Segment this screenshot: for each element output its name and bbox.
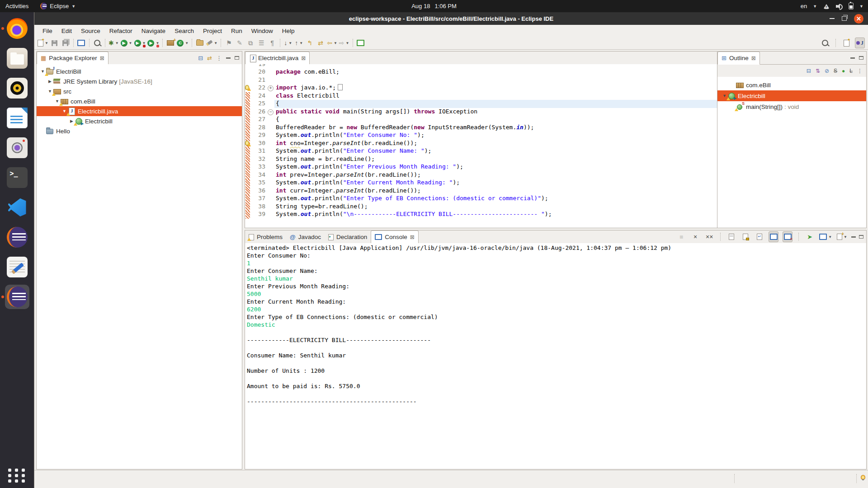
tab-javadoc[interactable]: @Javadoc (286, 231, 325, 243)
close-icon[interactable]: ⊠ (410, 234, 415, 240)
system-tray[interactable]: en ▼ ? ▼ (801, 3, 863, 9)
close-button[interactable]: ✕ (854, 14, 863, 23)
view-menu-icon[interactable]: ⋮ (216, 55, 222, 61)
minimize-view-icon[interactable] (851, 236, 856, 238)
forward-icon[interactable]: ⇨▼ (339, 38, 350, 48)
code-editor[interactable]: 1920package com.eBill;2122+import java.i… (245, 64, 749, 228)
close-icon[interactable]: ⊠ (301, 55, 306, 61)
tree-item-electricbill-java[interactable]: ▼JElectricbill.java (37, 106, 242, 116)
tree-item-hello[interactable]: Hello (37, 126, 242, 136)
code-line-30[interactable]: 30int cno=Integer.parseInt(br.readLine()… (245, 140, 749, 148)
view-menu-icon[interactable]: ⋮ (857, 68, 863, 74)
expand-arrow[interactable]: ▶ (47, 79, 53, 84)
open-perspective-icon[interactable] (841, 38, 851, 48)
close-icon[interactable]: ⊠ (100, 55, 104, 61)
dock-item-eclipse[interactable] (5, 225, 29, 249)
restore-button[interactable] (842, 16, 847, 21)
code-line-35[interactable]: 35System.out.println("Enter Current Mont… (245, 179, 749, 187)
word-wrap-icon[interactable] (755, 231, 764, 242)
fold-toggle[interactable]: − (267, 108, 274, 116)
hide-local-types-icon[interactable]: L (849, 68, 853, 74)
dock-item-files[interactable] (5, 46, 29, 70)
dock-item-libreoffice-writer[interactable] (5, 106, 29, 130)
save-icon[interactable] (50, 38, 60, 48)
search-flashlight-icon[interactable]: ▼ (206, 38, 218, 48)
collapse-all-icon[interactable]: ⊟ (807, 68, 811, 74)
warning-icon[interactable] (245, 85, 251, 91)
maximize-view-icon[interactable] (859, 56, 863, 60)
code-line-22[interactable]: 22+import java.io.*; (245, 84, 749, 92)
battery-icon[interactable] (849, 3, 854, 9)
tree-item-electricbill[interactable]: ▶▶Electricbill (37, 116, 242, 126)
previous-annotation-icon[interactable]: ↑▼ (294, 38, 304, 48)
code-line-34[interactable]: 34int prev=Integer.parseInt(br.readLine(… (245, 171, 749, 179)
show-on-stderr-icon[interactable] (783, 231, 793, 242)
menu-navigate[interactable]: Navigate (137, 25, 170, 37)
tree-item-src[interactable]: ▼src (37, 86, 242, 96)
coverage-icon[interactable]: ▶▼ (134, 38, 146, 48)
show-list-icon[interactable]: ☰ (256, 38, 266, 48)
notification-bulb-icon[interactable] (861, 475, 865, 480)
clock[interactable]: Aug 18 1:06 PM (411, 3, 457, 9)
inspect-icon[interactable] (92, 38, 102, 48)
open-task-icon[interactable] (195, 38, 205, 48)
tab-problems[interactable]: Problems (245, 231, 286, 243)
keyboard-layout-indicator[interactable]: en (801, 3, 807, 9)
menu-help[interactable]: Help (278, 25, 299, 37)
tab-declaration[interactable]: Declaration (325, 231, 371, 243)
menu-edit[interactable]: Edit (57, 25, 76, 37)
collapsed-region-box[interactable] (338, 84, 343, 90)
expand-fold-icon[interactable]: + (268, 85, 274, 91)
tab-electricbill-java[interactable]: J Electricbill.java ⊠ (245, 52, 310, 65)
back-icon[interactable]: ⇦▼ (326, 38, 338, 48)
scroll-lock-icon[interactable] (741, 231, 750, 242)
outline-item-com-ebill[interactable]: com.eBill (717, 80, 866, 90)
code-line-20[interactable]: 20package com.eBill; (245, 68, 749, 76)
display-console-icon[interactable]: ▼ (819, 231, 832, 242)
show-applications-button[interactable] (8, 469, 26, 483)
debug-icon[interactable]: ✱▼ (108, 38, 119, 48)
close-icon[interactable]: ⊠ (751, 55, 756, 61)
mark-occurrences-icon[interactable]: ✎ (235, 38, 245, 48)
menu-source[interactable]: Source (76, 25, 105, 37)
code-line-28[interactable]: 28BufferedReader br = new BufferedReader… (245, 124, 749, 132)
window-title-bar[interactable]: eclipse-workspace - ElectriBill/src/com/… (34, 12, 868, 25)
dock-item-text-editor[interactable] (5, 255, 29, 279)
code-line-37[interactable]: 37System.out.println("Enter Type of EB C… (245, 195, 749, 203)
run-icon[interactable]: ▶▼ (120, 38, 133, 48)
code-line-19[interactable]: 19 (245, 64, 749, 68)
code-line-31[interactable]: 31System.out.println("Enter Consumer Nam… (245, 147, 749, 155)
pin-editor-icon[interactable]: ⚑ (224, 38, 234, 48)
volume-icon[interactable] (836, 4, 843, 9)
dock-item-vscode[interactable] (5, 195, 29, 220)
console-body[interactable]: <terminated> Electricbill [Java Applicat… (245, 243, 866, 469)
sort-icon[interactable]: ⇅ (816, 68, 820, 74)
terminate-icon[interactable]: ■ (676, 231, 686, 242)
save-all-icon[interactable] (61, 38, 71, 48)
menu-search[interactable]: Search (170, 25, 198, 37)
code-line-33[interactable]: 33System.out.println("Enter Previous Mon… (245, 163, 749, 171)
java-perspective-icon[interactable]: J (855, 38, 865, 48)
collapse-all-icon[interactable]: ⊟ (198, 55, 203, 61)
tree-item-com-ebill[interactable]: ▼com.eBill (37, 96, 242, 106)
remove-all-terminated-icon[interactable]: ×× (704, 231, 714, 242)
last-edit-location-icon[interactable]: ↰ (305, 38, 315, 48)
new-wizard-icon[interactable]: ▼ (37, 38, 49, 48)
clear-console-icon[interactable] (726, 231, 736, 242)
tree-item-jre-system-library[interactable]: ▶JRE System Library[JavaSE-16] (37, 76, 242, 86)
code-line-36[interactable]: 36int curr=Integer.parseInt(br.readLine(… (245, 187, 749, 195)
minimize-button[interactable] (830, 18, 835, 19)
network-icon[interactable]: ? (823, 4, 830, 9)
dock-item-firefox[interactable] (5, 16, 29, 41)
app-menu[interactable]: Eclipse ▼ (40, 3, 75, 9)
new-java-package-icon[interactable] (165, 38, 175, 48)
tab-package-explorer[interactable]: ▦ Package Explorer ⊠ (37, 52, 108, 65)
open-terminal-icon[interactable] (76, 38, 86, 48)
code-line-32[interactable]: 32String name = br.readLine(); (245, 155, 749, 164)
minimize-view-icon[interactable] (850, 57, 855, 59)
hide-fields-icon[interactable]: ⊘ (825, 68, 829, 74)
menu-window[interactable]: Window (247, 25, 278, 37)
dock-item-eclipse-running[interactable] (5, 285, 29, 309)
maximize-view-icon[interactable] (235, 56, 239, 60)
outline-item-main-string-[interactable]: Smain(String[]) : void (717, 101, 866, 112)
